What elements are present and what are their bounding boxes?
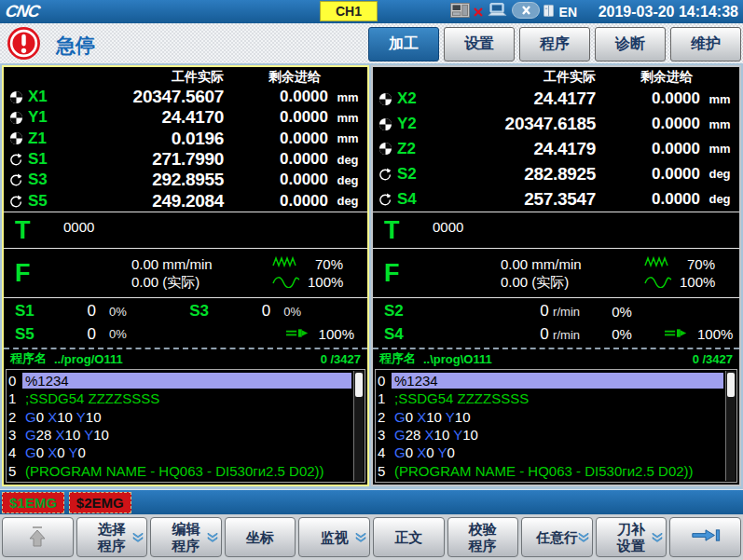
chevron-down-icon (652, 533, 663, 542)
spindle-S5: S500% (4, 323, 178, 347)
axis-unit: mm (700, 142, 739, 156)
axis-remain-value: 0.0000 (224, 130, 328, 148)
axis-remain-value: 0.0000 (224, 150, 328, 169)
program-line-0[interactable]: 0%1234 (8, 372, 351, 389)
scrollbar-thumb[interactable] (727, 373, 735, 397)
rotation-icon (378, 193, 392, 206)
axis-header: 工件实际 剩余进给 (4, 67, 367, 87)
feed-programmed: 0.00 mm/min (501, 255, 637, 273)
program-line-1[interactable]: 1;SSDG54 ZZZZSSSS (8, 389, 351, 407)
feed-override-icon (644, 275, 672, 292)
rotation-icon (9, 173, 22, 186)
channel-tab[interactable]: CH1 (320, 1, 378, 21)
program-position: 0 /3427 (321, 352, 361, 366)
emg-badge-2: $2EMG (69, 492, 131, 513)
line-code: %1234 (392, 373, 723, 389)
feed-section: F 0.00 mm/min 0.00 (实际) 70% 100% (373, 248, 739, 297)
rapid-override-pct: 70% (308, 255, 343, 273)
program-line-1[interactable]: 1;SSDG54 ZZZZSSSS (378, 389, 723, 407)
verify-program-button[interactable]: 校验程序 (447, 517, 519, 557)
line-code: G28 X10 Y10 (392, 427, 723, 443)
program-line-4[interactable]: 4G0 X0 Y0 (378, 444, 723, 461)
position-icon (9, 111, 23, 125)
program-position: 0 /3427 (693, 352, 733, 366)
axis-row-S4: S4257.35470.0000deg (373, 186, 739, 212)
cnc-hmi-screen: CNC CH1 EN 2019-03-20 14:14:38 急停 加工设置程序… (0, 0, 743, 560)
close-icon[interactable] (512, 2, 540, 22)
chevron-down-icon (132, 533, 144, 542)
position-icon (378, 92, 392, 106)
tab-maintenance[interactable]: 维护 (670, 27, 741, 61)
spindle-S4: S40 r/min0%100% (373, 323, 739, 347)
feed-label: F (4, 259, 52, 288)
language-label[interactable]: EN (557, 5, 577, 20)
tool-comp-button[interactable]: 刀补设置 (596, 517, 667, 557)
program-path: ../prog/O111 (54, 352, 123, 366)
language-icon[interactable] (543, 4, 554, 20)
program-name-label: 程序名 (10, 350, 47, 367)
datetime: 2019-03-20 14:14:38 (599, 0, 738, 23)
spindle-override-pct: 100% (697, 326, 733, 342)
spindle-override: 100% (664, 326, 743, 342)
line-code: G28 X10 Y10 (22, 427, 351, 443)
tab-diagnosis[interactable]: 诊断 (595, 27, 666, 61)
axis-remain-value: 0.0000 (224, 192, 328, 211)
feed-programmed: 0.00 mm/min (131, 255, 265, 273)
scrollbar-thumb[interactable] (355, 373, 363, 397)
listing-scrollbar[interactable] (353, 371, 364, 481)
axis-actual-value: 20347.5607 (69, 87, 224, 107)
program-header: 程序名 ../prog/O111 0 /3427 (4, 348, 367, 368)
tab-machining[interactable]: 加工 (368, 27, 439, 61)
axis-rows: X224.41770.0000mmY220347.61850.0000mmZ22… (373, 87, 739, 212)
arbitrary-line-button[interactable]: 任意行 (521, 517, 593, 557)
text-button[interactable]: 正文 (373, 517, 445, 557)
feed-actual: 0.00 (实际) (131, 273, 265, 291)
spindle-S3: S300% (178, 300, 367, 323)
listing-scrollbar[interactable] (725, 371, 736, 481)
topbar-status-icons: EN (450, 0, 577, 23)
emg-badge-1: $1EMG (2, 492, 64, 513)
program-line-2[interactable]: 2G0 X10 Y10 (8, 408, 351, 426)
monitor-button[interactable]: 监视 (298, 517, 370, 557)
axis-remain-value: 0.0000 (596, 190, 700, 209)
program-line-5[interactable]: 5(PROGRAM NAME - HQ063 - DI530ги2.5 D02)… (378, 462, 723, 480)
tab-program[interactable]: 程序 (519, 27, 590, 61)
program-line-5[interactable]: 5(PROGRAM NAME - HQ063 - DI530ги2.5 D02)… (8, 462, 351, 480)
axis-remain-value: 0.0000 (596, 115, 700, 133)
nav-up-button[interactable] (2, 517, 74, 557)
override-pcts: 70% 100% (308, 255, 367, 291)
axis-unit: deg (328, 173, 367, 187)
axis-remain-value: 0.0000 (224, 108, 328, 127)
program-line-4[interactable]: 4G0 X0 Y0 (8, 444, 351, 461)
chevron-down-icon (578, 533, 589, 542)
feed-override-pct: 100% (308, 273, 343, 291)
program-listing: 0%12341;SSDG54 ZZZZSSSS2G0 X10 Y103G28 X… (6, 369, 365, 483)
tool-section: T 0000 (4, 212, 367, 248)
softkey-label: 监视 (321, 529, 349, 545)
col-remain-label: 剩余进给 (596, 69, 700, 86)
tab-settings[interactable]: 设置 (444, 27, 515, 61)
program-listing: 0%12341;SSDG54 ZZZZSSSS2G0 X10 Y103G28 X… (375, 369, 737, 483)
axis-actual-value: 292.8955 (69, 170, 224, 190)
axis-actual-value: 24.4170 (69, 107, 224, 128)
edit-program-button[interactable]: 编辑程序 (150, 517, 222, 557)
axis-unit: deg (700, 167, 739, 181)
rapid-override-pct: 70% (680, 255, 715, 273)
axis-label: Y2 (397, 115, 438, 133)
spindle-S1: S100% (4, 300, 178, 323)
line-number: 1 (8, 390, 22, 406)
feed-override-pct: 100% (680, 273, 715, 291)
col-actual-label: 工件实际 (438, 69, 596, 86)
coordinates-button[interactable]: 坐标 (225, 517, 296, 557)
brand-logo: CNC (0, 2, 41, 21)
alarm-label: 急停 (56, 33, 95, 59)
program-line-2[interactable]: 2G0 X10 Y10 (378, 408, 723, 426)
alarm-area: 急停 (7, 26, 95, 64)
program-line-3[interactable]: 3G28 X10 Y10 (378, 426, 723, 444)
tool-value: 0000 (63, 219, 94, 235)
next-page-button[interactable] (669, 517, 741, 557)
program-line-3[interactable]: 3G28 X10 Y10 (8, 426, 351, 444)
col-remain-label: 剩余进给 (224, 69, 328, 86)
program-line-0[interactable]: 0%1234 (378, 372, 723, 389)
select-program-button[interactable]: 选择程序 (76, 517, 148, 557)
